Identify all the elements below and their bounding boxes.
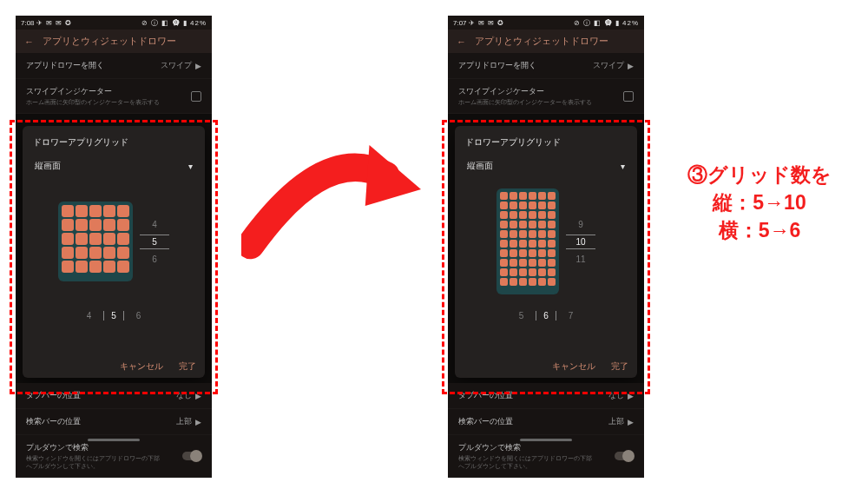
dialog-title: ドロワーアプリグリッド [33, 136, 194, 149]
row-swipe-indicator[interactable]: スワイプインジケーター ホーム画面に矢印型のインジケーターを表示する [448, 79, 644, 114]
cols-picker[interactable]: 5 6 7 [465, 311, 627, 320]
back-icon[interactable]: ← [457, 36, 466, 47]
ok-button[interactable]: 完了 [179, 360, 196, 373]
row-searchbar[interactable]: 検索バーの位置 上部▶ [448, 409, 644, 435]
chevron-right-icon: ▶ [195, 62, 201, 70]
chevron-right-icon: ▶ [195, 418, 201, 426]
switch-icon[interactable] [615, 452, 634, 460]
chevron-right-icon: ▶ [195, 392, 201, 400]
appbar: ← アプリとウィジェットドロワー [16, 30, 212, 53]
transition-arrow-icon [241, 130, 424, 278]
chevron-right-icon: ▶ [628, 62, 634, 70]
home-indicator [88, 439, 140, 441]
grid-preview [58, 202, 133, 281]
dialog-title: ドロワーアプリグリッド [465, 136, 627, 149]
row-pulldown-search[interactable]: プルダウンで検索 検索ウィンドウを開くにはアプリドロワーの下部 へプルダウンして… [448, 435, 644, 478]
orientation-select[interactable]: 縦画面 ▾ [465, 157, 627, 181]
row-open-drawer[interactable]: アプリドロワーを開く スワイプ▶ [448, 53, 644, 79]
chevron-right-icon: ▶ [628, 418, 634, 426]
grid-preview [496, 188, 559, 294]
row-searchbar[interactable]: 検索バーの位置 上部▶ [16, 409, 212, 435]
cols-picker[interactable]: 4 5 6 [33, 311, 194, 320]
cancel-button[interactable]: キャンセル [552, 360, 595, 373]
row-open-drawer[interactable]: アプリドロワーを開く スワイプ▶ [16, 53, 212, 79]
checkbox-icon[interactable] [191, 91, 201, 102]
rows-picker[interactable]: 9 10 11 [566, 220, 595, 264]
phone-before: 7:08 ✈ ✉ ✉ ✪ ⊘ ⓘ ◧ ⓿ ▮ 42% ← アプリとウィジェットド… [16, 16, 212, 446]
row-tabbar[interactable]: タブバーの位置 なし▶ [448, 383, 644, 409]
grid-dialog: ドロワーアプリグリッド 縦画面 ▾ 4 5 6 4 [23, 126, 205, 378]
grid-dialog: ドロワーアプリグリッド 縦画面 ▾ 9 10 11 5 [455, 126, 637, 378]
chevron-right-icon: ▶ [628, 392, 634, 400]
home-indicator [520, 439, 572, 441]
switch-icon[interactable] [182, 452, 201, 460]
statusbar: 7:07 ✈ ✉ ✉ ✪ ⊘ ⓘ ◧ ⓿ ▮ 42% [448, 16, 644, 30]
back-icon[interactable]: ← [24, 36, 34, 47]
row-tabbar[interactable]: タブバーの位置 なし▶ [16, 383, 212, 409]
appbar: ← アプリとウィジェットドロワー [448, 30, 644, 53]
chevron-down-icon: ▾ [621, 162, 625, 171]
rows-picker[interactable]: 4 5 6 [140, 220, 169, 264]
row-swipe-indicator[interactable]: スワイプインジケーター ホーム画面に矢印型のインジケーターを表示する [16, 79, 212, 114]
chevron-down-icon: ▾ [188, 162, 193, 171]
ok-button[interactable]: 完了 [611, 360, 628, 373]
orientation-select[interactable]: 縦画面 ▾ [33, 157, 194, 181]
cancel-button[interactable]: キャンセル [120, 360, 163, 373]
phone-after: 7:07 ✈ ✉ ✉ ✪ ⊘ ⓘ ◧ ⓿ ▮ 42% ← アプリとウィジェットド… [448, 16, 644, 446]
appbar-title: アプリとウィジェットドロワー [43, 35, 176, 48]
statusbar: 7:08 ✈ ✉ ✉ ✪ ⊘ ⓘ ◧ ⓿ ▮ 42% [16, 16, 212, 30]
appbar-title: アプリとウィジェットドロワー [475, 35, 608, 48]
checkbox-icon[interactable] [623, 91, 634, 102]
row-pulldown-search[interactable]: プルダウンで検索 検索ウィンドウを開くにはアプリドロワーの下部 へプルダウンして… [16, 435, 212, 478]
annotation-text: ③グリッド数を 縦：5→10 横：5→6 [660, 161, 859, 245]
svg-marker-0 [365, 145, 421, 206]
